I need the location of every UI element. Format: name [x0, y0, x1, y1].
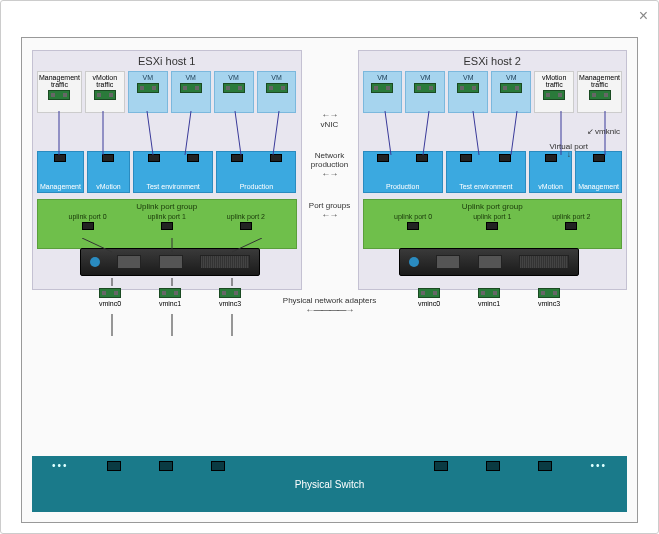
pg-production: Production — [216, 151, 296, 193]
switch-port-icon — [107, 461, 121, 471]
virtual-port-icon — [102, 154, 114, 162]
pg-label: Management — [40, 183, 81, 190]
svg-line-2 — [147, 111, 153, 155]
virtual-port-icon — [416, 154, 428, 162]
pg-management: Management — [37, 151, 84, 193]
pna-label: vminc1 — [478, 300, 500, 307]
vm-box: VM — [257, 71, 297, 113]
nic-icon — [371, 83, 393, 93]
arrow-icon: ←→ — [322, 210, 338, 220]
uplink-port-group: Uplink port group uplink port 0 uplink p… — [363, 199, 623, 249]
svg-line-5 — [273, 111, 279, 155]
pna-item: vminc3 — [538, 286, 560, 307]
box-label: Management traffic — [579, 74, 620, 88]
pna-label: vminc3 — [219, 300, 241, 307]
switch-ports-left: ••• — [52, 460, 225, 471]
label-text: Network production — [311, 151, 348, 169]
uplink-port: uplink port 2 — [227, 213, 265, 230]
virtual-port-icon — [593, 154, 605, 162]
virtual-port-icon — [54, 154, 66, 162]
mgmt-traffic-box: Management traffic — [577, 71, 622, 113]
pna-to-switch-lines — [22, 314, 322, 336]
label-text: Port groups — [309, 201, 350, 210]
physical-server-1 — [80, 248, 260, 276]
pna-label: vminc0 — [418, 300, 440, 307]
nic-icon — [589, 90, 611, 100]
switch-port-icon — [211, 461, 225, 471]
vm-box: VM — [363, 71, 403, 113]
uplink-label: uplink port 0 — [394, 213, 432, 220]
ellipsis-icon: ••• — [52, 460, 69, 471]
virtual-port-icon — [377, 154, 389, 162]
pna-label: vminc0 — [99, 300, 121, 307]
svg-line-8 — [473, 111, 479, 155]
pg-label: Management — [578, 183, 619, 190]
center-annotations: ←→vNIC Network production←→ Port groups←… — [302, 110, 358, 220]
uplink-ports: uplink port 0 uplink port 1 uplink port … — [364, 213, 622, 230]
svg-line-3 — [185, 111, 191, 155]
nic-icon — [180, 83, 202, 93]
nic-icon — [538, 288, 560, 298]
uplink-port: uplink port 2 — [552, 213, 590, 230]
nic-icon — [418, 288, 440, 298]
virtual-port-icon — [231, 154, 243, 162]
vm-box: VM — [214, 71, 254, 113]
vm-boxes: Management traffic vMotion traffic VM VM… — [33, 71, 301, 113]
nic-icon — [223, 83, 245, 93]
nic-icon — [219, 288, 241, 298]
uplink-label: uplink port 2 — [552, 213, 590, 220]
physical-switch: ••• ••• Physical Switch — [32, 456, 627, 512]
uplink-label: uplink port 2 — [227, 213, 265, 220]
vmotion-traffic-box: vMotion traffic — [85, 71, 125, 113]
pna-item: vminc0 — [99, 286, 121, 307]
virtual-port-icon — [148, 154, 160, 162]
box-label: vMotion traffic — [536, 74, 572, 88]
uplink-label: uplink port 1 — [473, 213, 511, 220]
diagram-modal: × ESXi host 1 Management traffic vMotion… — [0, 0, 659, 534]
virtual-port-icon — [499, 154, 511, 162]
svg-line-7 — [423, 111, 429, 155]
pna-item: vminc1 — [478, 286, 500, 307]
box-label: vMotion traffic — [87, 74, 123, 88]
pg-label: Production — [240, 183, 273, 190]
vm-box: VM — [405, 71, 445, 113]
nic-icon — [543, 90, 565, 100]
switch-port-icon — [486, 461, 500, 471]
vm-box: VM — [171, 71, 211, 113]
box-label: VM — [185, 74, 196, 81]
nic-icon — [457, 83, 479, 93]
port-icon — [407, 222, 419, 230]
label-text: vNIC — [321, 120, 339, 129]
box-label: VM — [142, 74, 153, 81]
uplink-title: Uplink port group — [364, 200, 622, 213]
vnic-label: ←→vNIC — [302, 110, 358, 129]
arrow-icon: ←→ — [322, 110, 338, 120]
pg-test: Test environment — [446, 151, 526, 193]
virtual-port-label: Virtual port — [549, 143, 588, 159]
switch-port-icon — [538, 461, 552, 471]
arrow-icon: ←→ — [322, 169, 338, 179]
pna-label: vminc1 — [159, 300, 181, 307]
pg-label: vMotion — [96, 183, 121, 190]
drive-bay-icon — [436, 255, 460, 269]
pna-label: vminc3 — [538, 300, 560, 307]
uplink-port-group: Uplink port group uplink port 0 uplink p… — [37, 199, 297, 249]
ellipsis-icon: ••• — [590, 460, 607, 471]
close-icon[interactable]: × — [639, 7, 648, 25]
nic-icon — [48, 90, 70, 100]
port-icon — [565, 222, 577, 230]
port-icon — [161, 222, 173, 230]
drive-bay-icon — [159, 255, 183, 269]
switch-title: Physical Switch — [32, 471, 627, 490]
uplink-ports: uplink port 0 uplink port 1 uplink port … — [38, 213, 296, 230]
portgroups-label: Port groups←→ — [302, 201, 358, 220]
switch-port-icon — [159, 461, 173, 471]
uplink-label: uplink port 1 — [148, 213, 186, 220]
arrow-icon: ←————→ — [305, 305, 353, 315]
port-icon — [240, 222, 252, 230]
box-label: VM — [271, 74, 282, 81]
pna-annotation: Physical network adapters←————→ — [283, 296, 376, 315]
network-diagram: ESXi host 1 Management traffic vMotion t… — [21, 37, 638, 523]
svg-line-6 — [385, 111, 391, 155]
box-label: Management traffic — [39, 74, 80, 88]
